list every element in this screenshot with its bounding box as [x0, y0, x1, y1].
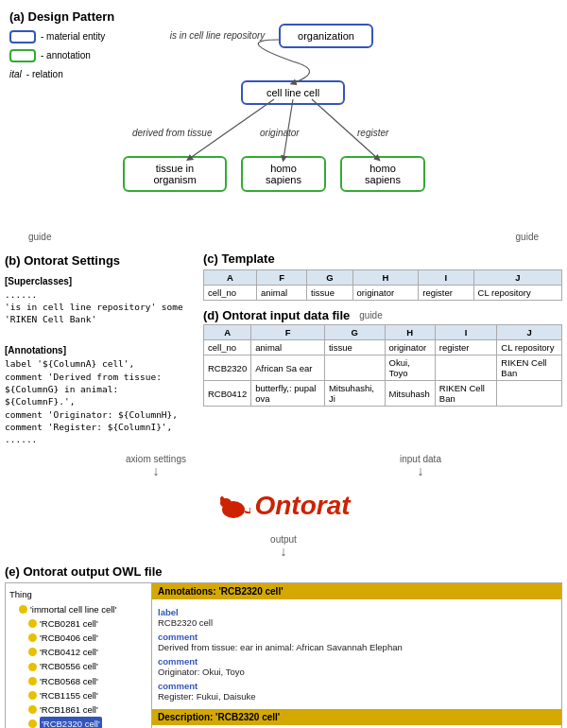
- annotations-header: Annotations: 'RCB2320 cell': [152, 583, 561, 599]
- tree-panel: Thing 'immortal cell line cell' 'RCB0281…: [6, 583, 152, 728]
- axiom-down-arrow: ↓: [152, 464, 159, 477]
- legend-blue-label: - material entity: [41, 28, 105, 45]
- axiom-settings-flow: axiom settings ↓: [126, 454, 186, 477]
- col-j: J: [473, 270, 561, 286]
- legend-blue-box: [9, 30, 36, 43]
- d-col-j: J: [497, 325, 562, 340]
- section-c: (c) Template A F G H I J cell_no animal …: [203, 251, 562, 445]
- owl-area: Thing 'immortal cell line cell' 'RCB0281…: [5, 582, 562, 728]
- yellow-dot: [28, 705, 37, 714]
- yellow-dot: [28, 633, 37, 642]
- comment2: comment 'Originator: ${ColumnH},: [5, 408, 194, 421]
- data-header-row: cell_noanimaltissueoriginatorregisterCL …: [204, 340, 562, 355]
- label-line: label '${ColumnA} cell',: [5, 357, 194, 370]
- cell-no: cell_no: [204, 286, 257, 301]
- guide-label-right: guide: [516, 232, 539, 242]
- tissue-box: tissue in organism: [123, 156, 227, 192]
- col-a: A: [204, 270, 257, 286]
- dots-2: ......: [5, 433, 194, 445]
- d-col-g: G: [324, 325, 385, 340]
- guide-label-d: guide: [359, 310, 382, 321]
- section-c-title: (c) Template: [203, 251, 562, 266]
- d-col-i: I: [435, 325, 497, 340]
- cell-line-box: cell line cell: [241, 80, 345, 105]
- d-col-a: A: [204, 325, 251, 340]
- derived-from-label: derived from tissue: [132, 128, 212, 138]
- rcb2320-label: 'RCB2320 cell': [40, 717, 102, 728]
- col-f: F: [257, 270, 307, 286]
- comment2-value: Originator: Okui, Toyo: [158, 667, 556, 677]
- section-a: (a) Design Pattern - material entity - a…: [0, 0, 567, 232]
- superclasses-label: [Superclasses]: [5, 274, 194, 288]
- rcb2320-node[interactable]: 'RCB2320 cell': [9, 717, 147, 728]
- cl-repository: CL repository: [473, 286, 561, 301]
- is-in-cell-line-label: is in cell line repository: [161, 30, 274, 41]
- col-h: H: [352, 270, 419, 286]
- label-field-label: label: [158, 607, 556, 617]
- rcb0406-node: 'RCB0406 cell': [9, 631, 147, 645]
- tissue: tissue: [307, 286, 352, 301]
- originator-label: originator: [260, 128, 300, 138]
- section-e: (e) Ontorat output OWL file Thing 'immor…: [0, 560, 567, 728]
- comment2-label: comment: [158, 656, 556, 667]
- label-field-value: RCB2320 cell: [158, 617, 556, 628]
- ontorat-logo: Ontorat: [216, 489, 350, 523]
- yellow-dot: [19, 605, 27, 614]
- is-in-repo: 'is in cell line repository' some 'RIKEN…: [5, 301, 194, 326]
- homo1-box: homo sapiens: [241, 156, 326, 192]
- legend-green-box: [9, 49, 36, 62]
- thing-node: Thing: [9, 587, 147, 601]
- comment3-label: comment: [158, 681, 556, 691]
- register-label: register: [357, 128, 388, 138]
- ontorat-icon: [216, 489, 250, 523]
- animal: animal: [257, 286, 307, 301]
- col-g: G: [307, 270, 352, 286]
- immortal-label: 'immortal cell line cell': [30, 602, 116, 616]
- svg-point-6: [220, 496, 224, 502]
- comment1-label: comment: [158, 632, 556, 642]
- register: register: [419, 286, 473, 301]
- annotations-label: [Annotations]: [5, 343, 194, 357]
- comment1: comment 'Derived from tissue: ${ColumnG}…: [5, 371, 194, 408]
- comment3: comment 'Register: ${ColumnI}',: [5, 421, 194, 433]
- rcb0568-node: 'RCB0568 cell': [9, 674, 147, 688]
- data-table: A F G H I J cell_noanimaltissueoriginato…: [203, 324, 562, 407]
- yellow-dot: [28, 719, 37, 728]
- legend-ital-label: - relation: [26, 66, 63, 83]
- originator: originator: [352, 286, 419, 301]
- immortal-node: 'immortal cell line cell': [9, 602, 147, 616]
- yellow-dot: [28, 619, 37, 628]
- output-down-arrow: ↓: [281, 544, 287, 559]
- ontorat-text: Ontorat: [254, 491, 350, 521]
- section-e-title: (e) Ontorat output OWL file: [5, 564, 562, 579]
- comment3-value: Register: Fukui, Daisuke: [158, 691, 556, 702]
- yellow-dot: [28, 648, 37, 656]
- org-box: organization: [279, 24, 373, 48]
- template-table: A F G H I J cell_no animal tissue origin…: [203, 269, 562, 301]
- data-row-2: RCB0412butterfly,: pupal ovaMitsuhashi, …: [204, 381, 562, 407]
- input-data-flow: input data ↓: [400, 454, 441, 477]
- sections-bc: (b) Ontorat Settings [Superclasses] ....…: [0, 247, 567, 450]
- annotations-body: label RCB2320 cell comment Derived from …: [152, 599, 561, 705]
- rcb1861-node: 'RCB1861 cell': [9, 702, 147, 717]
- rcb1155-node: 'RCB1155 cell': [9, 688, 147, 702]
- rcb0556-node: 'RCB0556 cell': [9, 659, 147, 673]
- guide-label-left: guide: [28, 232, 51, 242]
- description-header: Description: 'RCB2320 cell': [152, 709, 561, 725]
- legend-green-label: - annotation: [41, 47, 91, 64]
- thing-label: Thing: [9, 587, 32, 601]
- section-b-title: (b) Ontorat Settings: [5, 251, 194, 270]
- yellow-dot: [28, 663, 37, 671]
- comment1-value: Derived from tissue: ear in animal: Afri…: [158, 642, 556, 652]
- legend-ital: ital: [9, 66, 22, 83]
- section-b: (b) Ontorat Settings [Superclasses] ....…: [5, 251, 194, 445]
- yellow-dot: [28, 691, 37, 700]
- data-row-1: RCB2320African Sa earOkui, ToyoRIKEN Cel…: [204, 355, 562, 381]
- d-col-f: F: [251, 325, 325, 340]
- section-d-title: (d) Ontorat input data file: [203, 308, 350, 322]
- ontorat-logo-area: Ontorat: [0, 481, 567, 532]
- yellow-dot: [28, 677, 37, 685]
- homo2-box: homo sapiens: [340, 156, 425, 192]
- d-col-h: H: [385, 325, 435, 340]
- rcb0281-node: 'RCB0281 cell': [9, 616, 147, 631]
